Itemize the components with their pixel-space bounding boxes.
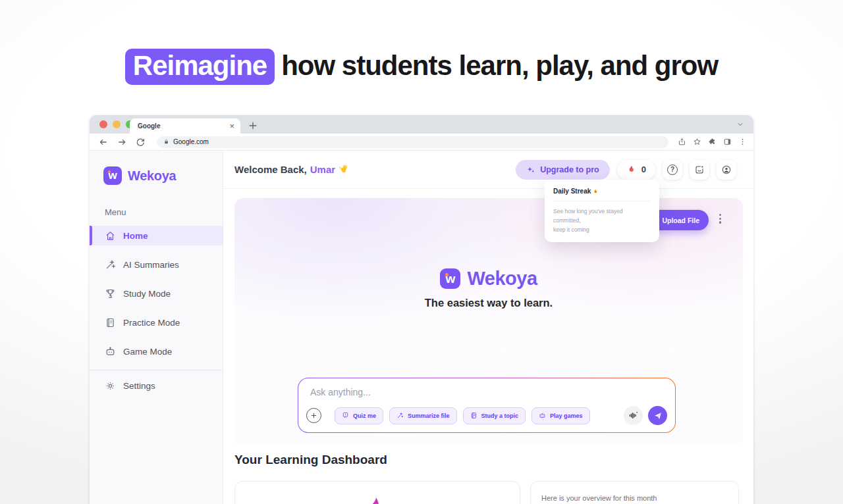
chip-label: Play games bbox=[550, 413, 583, 419]
hero-card: Upload File w Wekoya The easiest way to … bbox=[234, 198, 743, 445]
page-headline: Reimaginehow students learn, play, and g… bbox=[0, 49, 843, 85]
streak-counter[interactable]: 0 bbox=[617, 160, 655, 180]
welcome-message: Welcome Back, Umar bbox=[234, 164, 350, 175]
tabstrip-chevron-icon[interactable] bbox=[736, 120, 744, 128]
headline-rest: how students learn, play, and grow bbox=[281, 50, 718, 81]
wekoya-app: w Wekoya Menu Home AI Summaries bbox=[90, 151, 753, 504]
popup-title: Daily Streak bbox=[553, 188, 651, 195]
chip-summarize-file[interactable]: Summarize file bbox=[389, 407, 457, 424]
welcome-prefix: Welcome Back, bbox=[234, 164, 307, 175]
voice-waveform-icon bbox=[628, 410, 639, 421]
daily-streak-popup: Daily Streak See how long you've stayed … bbox=[545, 180, 659, 242]
chip-play-games[interactable]: Play games bbox=[531, 407, 590, 424]
forward-icon[interactable] bbox=[117, 137, 127, 147]
hero-tagline: The easiest way to learn. bbox=[234, 297, 743, 309]
toolbar-actions bbox=[678, 138, 747, 146]
chip-label: Quiz me bbox=[353, 413, 376, 419]
ask-input[interactable] bbox=[310, 387, 663, 397]
feedback-face-icon bbox=[694, 164, 705, 175]
new-tab-plus-icon[interactable] bbox=[247, 120, 259, 132]
robot-icon bbox=[539, 412, 546, 419]
sidebar: w Wekoya Menu Home AI Summaries bbox=[90, 151, 223, 504]
sidebar-item-home[interactable]: Home bbox=[90, 226, 223, 245]
flame-icon bbox=[592, 188, 599, 195]
close-tab-icon[interactable]: × bbox=[229, 122, 234, 130]
streak-flame-graphic bbox=[357, 482, 398, 504]
chip-label: Study a topic bbox=[481, 413, 519, 419]
sidebar-item-game-mode[interactable]: Game Mode bbox=[90, 341, 223, 361]
send-button[interactable] bbox=[648, 406, 667, 425]
back-icon[interactable] bbox=[98, 137, 109, 147]
url-text: Google.com bbox=[173, 138, 209, 145]
ask-toolbar: Quiz me Summarize file bbox=[306, 406, 667, 425]
brand-name: Wekoya bbox=[128, 168, 176, 184]
hero-brand: w Wekoya bbox=[234, 268, 743, 290]
send-plane-icon bbox=[653, 411, 663, 420]
sidebar-item-label: AI Summaries bbox=[123, 260, 179, 270]
dashboard-card-overview: Here is your overview for this month bbox=[530, 481, 739, 504]
headline-highlight: Reimagine bbox=[125, 49, 275, 85]
username: Umar bbox=[310, 164, 335, 175]
sidebar-item-study-mode[interactable]: Study Mode bbox=[90, 284, 223, 303]
upgrade-to-pro-button[interactable]: Upgrade to pro bbox=[516, 160, 610, 180]
chip-quiz-me[interactable]: Quiz me bbox=[335, 407, 383, 424]
sidebar-item-label: Game Mode bbox=[123, 347, 172, 357]
popup-body-line1: See how long you've stayed committed, bbox=[553, 207, 651, 225]
sidebar-item-practice-mode[interactable]: Practice Mode bbox=[90, 313, 223, 332]
sidebar-divider bbox=[90, 370, 223, 370]
ask-box: Quiz me Summarize file bbox=[298, 378, 676, 433]
header-actions: Upgrade to pro 0 ? bbox=[516, 160, 736, 180]
dashboard-title: Your Learning Dashboard bbox=[234, 453, 387, 467]
dashboard-card-streak bbox=[234, 481, 520, 504]
tab-title: Google bbox=[138, 122, 229, 130]
sidebar-nav: Home AI Summaries Study Mode bbox=[90, 226, 223, 370]
browser-window: Google × Google.com bbox=[90, 115, 753, 504]
sidebar-panel-icon[interactable] bbox=[723, 138, 732, 146]
share-icon[interactable] bbox=[678, 138, 686, 146]
app-header: Welcome Back, Umar Upgrade to pro bbox=[223, 151, 753, 189]
feedback-button[interactable] bbox=[690, 160, 709, 180]
chip-label: Summarize file bbox=[408, 413, 450, 419]
sidebar-item-label: Practice Mode bbox=[123, 318, 180, 328]
hero-brand-name: Wekoya bbox=[467, 268, 537, 290]
traffic-light-red[interactable] bbox=[99, 120, 107, 128]
upload-label: Upload File bbox=[662, 216, 699, 224]
sidebar-brand[interactable]: w Wekoya bbox=[103, 166, 176, 185]
window-controls bbox=[99, 120, 134, 128]
reload-icon[interactable] bbox=[135, 137, 146, 147]
browser-tab[interactable]: Google × bbox=[130, 118, 240, 134]
menu-section-label: Menu bbox=[105, 207, 126, 217]
voice-input-button[interactable] bbox=[624, 406, 643, 425]
robot-icon bbox=[105, 346, 116, 357]
flame-icon bbox=[626, 164, 636, 174]
gear-icon bbox=[105, 380, 116, 391]
plus-circle-icon[interactable] bbox=[306, 408, 321, 423]
popup-body-line2: keep it coming bbox=[553, 225, 651, 234]
lock-icon bbox=[163, 139, 169, 145]
bookmark-star-icon[interactable] bbox=[693, 138, 701, 146]
book-icon bbox=[470, 412, 477, 419]
sidebar-item-settings[interactable]: Settings bbox=[90, 376, 223, 395]
quiz-bubble-icon bbox=[342, 412, 349, 419]
sidebar-item-ai-summaries[interactable]: AI Summaries bbox=[90, 255, 223, 274]
chip-study-a-topic[interactable]: Study a topic bbox=[463, 407, 526, 424]
trophy-icon bbox=[105, 288, 116, 299]
book-icon bbox=[105, 317, 116, 328]
account-button[interactable] bbox=[717, 160, 736, 180]
popup-body: See how long you've stayed committed, ke… bbox=[553, 207, 651, 234]
home-icon bbox=[105, 230, 116, 241]
sidebar-item-label: Study Mode bbox=[123, 289, 171, 299]
url-bar[interactable]: Google.com bbox=[157, 136, 668, 148]
sidebar-item-label: Settings bbox=[123, 381, 155, 391]
ask-actions bbox=[624, 406, 667, 425]
account-icon bbox=[721, 164, 732, 175]
kebab-menu-icon[interactable] bbox=[738, 138, 747, 146]
extensions-puzzle-icon[interactable] bbox=[708, 138, 717, 146]
popup-title-text: Daily Streak bbox=[553, 188, 591, 195]
browser-toolbar: Google.com bbox=[90, 134, 753, 150]
sparkles-icon bbox=[526, 165, 535, 174]
help-button[interactable]: ? bbox=[663, 160, 682, 180]
popup-divider bbox=[553, 201, 651, 201]
kebab-menu-icon[interactable] bbox=[717, 212, 723, 226]
traffic-light-yellow[interactable] bbox=[113, 120, 121, 128]
